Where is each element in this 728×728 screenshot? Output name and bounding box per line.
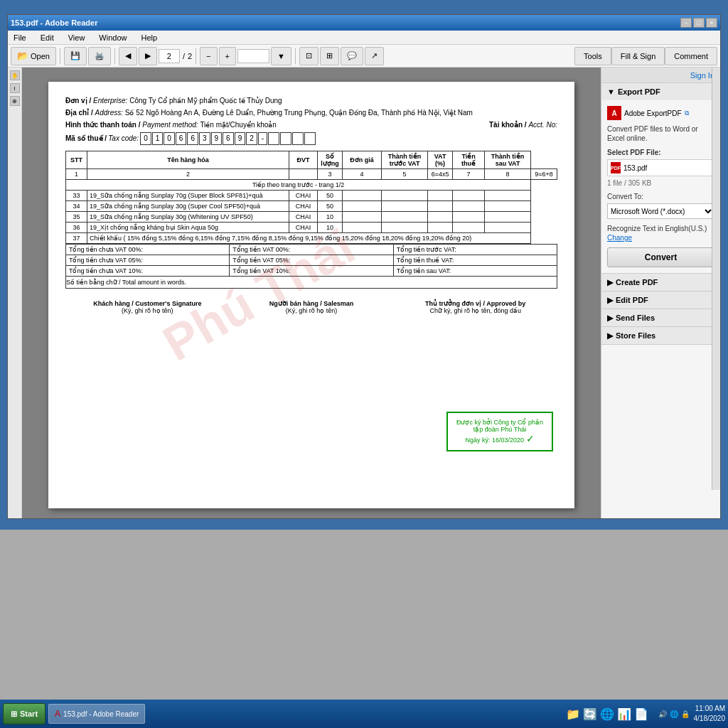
payment-value: Tiền mặt/Chuyển khoản	[200, 121, 277, 129]
left-tools: ✋ I ⊕	[8, 68, 22, 518]
vat-row-3: Tổng tiền chưa VAT 10%: Tổng tiền VAT 10…	[66, 265, 557, 276]
edit-pdf-section: ▶ Edit PDF	[601, 291, 720, 309]
address-en-label: Address:	[95, 109, 125, 117]
subh-dvt	[289, 169, 318, 180]
taskbar-icon-folder[interactable]: 📁	[566, 707, 580, 721]
menu-view[interactable]: View	[65, 32, 88, 43]
subh-9: 9=6+8	[531, 169, 557, 180]
menu-edit[interactable]: Edit	[38, 32, 57, 43]
convert-format-select[interactable]: Microsoft Word (*.docx) Microsoft Excel …	[607, 203, 714, 219]
subh-6: 6=4x5	[428, 169, 453, 180]
comment-tool-button[interactable]: 💬	[341, 47, 363, 65]
tax-d8: 6	[223, 132, 234, 145]
hand-tool-icon[interactable]: ✋	[10, 70, 20, 80]
row-tax	[453, 201, 485, 212]
system-tray: 🔊 🌐 🔒	[658, 710, 690, 718]
enterprise-label: Đơn vị /	[65, 97, 91, 105]
windows-icon: ⊞	[11, 710, 17, 719]
quick-launch-icons: 📁 🔄 🌐 📊 📄	[566, 707, 648, 721]
total-words: Số tiền bằng chữ / Total amount in words…	[65, 277, 557, 289]
expand-icon: ▶	[607, 278, 613, 287]
toolbar-separator-3	[196, 48, 196, 64]
col-posttax: Thành tiền sau VAT	[485, 151, 531, 169]
select-tool-icon[interactable]: I	[10, 83, 20, 93]
window-controls: − □ ×	[680, 18, 717, 28]
payment-row: Hình thức thanh toán / Payment method: T…	[65, 120, 557, 130]
row-tax	[453, 212, 485, 223]
export-pdf-header[interactable]: ▼ Export PDF	[601, 83, 720, 100]
subh-8: 8	[485, 169, 531, 180]
store-files-header[interactable]: ▶ Store Files	[601, 327, 720, 344]
col-pretax: Thành tiền trước VAT	[382, 151, 428, 169]
pdf-viewer[interactable]: Phú Thái Đơn vị / Enterprise: Công Ty Cổ…	[22, 68, 601, 518]
zoom-tool-icon[interactable]: ⊕	[10, 96, 20, 106]
menu-window[interactable]: Window	[96, 32, 129, 43]
open-button[interactable]: 📂 Open	[11, 47, 56, 65]
menu-bar: File Edit View Window Help	[8, 31, 720, 45]
approved-sig-sub: Chữ ký, ghi rõ họ tên, đóng dấu	[393, 307, 557, 314]
table-row: 35 19_Sữa chống nắng Sunplay 30g (Whiten…	[66, 212, 557, 223]
row-price	[343, 212, 382, 223]
share-button[interactable]: ↗	[365, 47, 384, 65]
close-button[interactable]: ×	[706, 18, 717, 28]
taskbar-icon-refresh[interactable]: 🔄	[583, 707, 597, 721]
page-navigation: / 2	[159, 49, 192, 63]
fill-sign-button[interactable]: Fill & Sign	[611, 47, 665, 65]
zoom-out-button[interactable]: −	[200, 47, 217, 65]
tax-d1: 0	[140, 132, 151, 145]
convert-button[interactable]: Convert	[607, 247, 714, 267]
change-link[interactable]: Change	[607, 234, 632, 242]
payment-en-label: Payment method:	[142, 121, 200, 129]
comment-panel-button[interactable]: Comment	[665, 47, 717, 65]
tax-d12	[280, 132, 291, 145]
taskbar-icon-pdf[interactable]: 📄	[634, 707, 648, 721]
prev-page-button[interactable]: ◀	[119, 47, 137, 65]
print-button[interactable]: 🖨️	[88, 47, 111, 65]
fit-page-button[interactable]: ⊡	[299, 47, 318, 65]
window-title: 153.pdf - Adobe Reader	[11, 18, 97, 27]
start-button[interactable]: ⊞ Start	[3, 703, 46, 724]
zoom-in-button[interactable]: +	[219, 47, 236, 65]
salesman-sig-sub: (Ký, ghi rõ họ tên)	[230, 307, 394, 314]
row-vatpct	[428, 201, 453, 212]
create-pdf-header[interactable]: ▶ Create PDF	[601, 274, 720, 291]
subh-1: 1	[66, 169, 87, 180]
continued-label: Tiếp theo trang trước - trang 1/2	[66, 180, 531, 191]
time-display[interactable]: 11:00 AM 4/18/2020	[694, 704, 726, 724]
subh-3: 3	[318, 169, 343, 180]
approved-sig: Thủ trưởng đơn vị / Approved by Chữ ký, …	[393, 300, 557, 314]
taskbar-icon-excel[interactable]: 📊	[617, 707, 631, 721]
taskbar-adobe-item[interactable]: A 153.pdf - Adobe Reader	[48, 704, 145, 724]
taskbar-icon-chrome[interactable]: 🌐	[600, 707, 614, 721]
adobe-taskbar-icon: A	[55, 709, 60, 719]
next-page-button[interactable]: ▶	[139, 47, 157, 65]
col-sl: Số lượng	[318, 151, 343, 169]
tax-d9: 9	[235, 132, 246, 145]
page-input[interactable]	[159, 49, 180, 63]
subh-4: 4	[343, 169, 382, 180]
vat-cell: Tổng tiền chưa VAT 10%:	[66, 266, 230, 276]
zoom-dropdown-button[interactable]: ▼	[271, 47, 291, 65]
tools-button[interactable]: Tools	[574, 47, 611, 65]
menu-file[interactable]: File	[11, 32, 29, 43]
scrollbar[interactable]	[712, 68, 720, 490]
content-area: ✋ I ⊕ Phú Thái Đơn vị / Enterprise: Công…	[8, 68, 720, 518]
edit-pdf-header[interactable]: ▶ Edit PDF	[601, 291, 720, 309]
maximize-button[interactable]: □	[693, 18, 705, 28]
date-value: 16/03/2020	[492, 437, 524, 444]
minimize-button[interactable]: −	[680, 18, 692, 28]
salesman-sig-label: Người bán hàng / Salesman	[230, 300, 394, 307]
zoom-input[interactable]: 114%	[237, 49, 269, 63]
tray-icon-2: 🌐	[670, 710, 678, 718]
send-files-header[interactable]: ▶ Send Files	[601, 309, 720, 326]
table-row: 36 19_Xịt chống nắng kháng bụi Skin Aqua…	[66, 223, 557, 233]
row-posttax	[485, 201, 531, 212]
menu-help[interactable]: Help	[138, 32, 160, 43]
expand-icon: ▶	[607, 331, 613, 341]
toolbar: 📂 Open 💾 🖨️ ◀ ▶ / 2 − + 114% ▼ ⊡ ⊞ 💬 ↗	[8, 45, 720, 68]
row-sl: 50	[318, 191, 343, 201]
sign-in-header[interactable]: Sign In	[601, 68, 720, 83]
tax-d7: 9	[211, 132, 223, 145]
save-button[interactable]: 💾	[64, 47, 87, 65]
fit-width-button[interactable]: ⊞	[320, 47, 339, 65]
